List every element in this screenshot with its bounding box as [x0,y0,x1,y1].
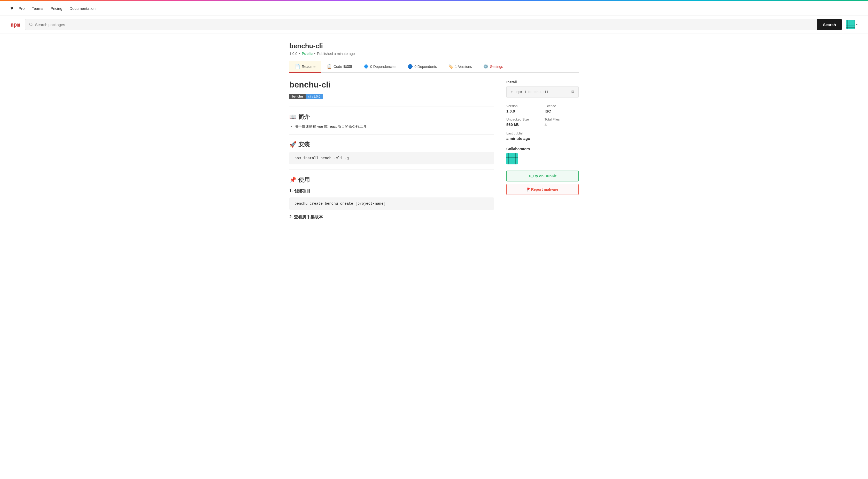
user-avatar [846,20,855,29]
code-icon: 📋 [327,64,332,69]
heart-icon: ♥ [10,5,13,11]
main-content: benchu-cli 1.0.0 • Public • Published a … [279,34,589,231]
last-publish-value: a minute ago [506,136,579,141]
tab-dependencies[interactable]: 🔷 0 Dependencies [358,61,402,73]
intro-title-text: 简介 [299,113,310,121]
install-code-block: npm install benchu-cli -g [289,152,494,164]
unpacked-size-meta: Unpacked Size 560 kB [506,117,540,127]
code-beta-badge: Beta [344,65,352,68]
intro-bullet-1: 用于快速搭建 vue 或 react 项目的命令行工具 [294,125,494,129]
sidebar: Install > npm i benchu-cli ⧉ Version 1.0… [506,80,579,223]
package-name: benchu-cli [289,42,579,50]
tabs-bar: 📄 Readme 📋 Code Beta 🔷 0 Dependencies 🔵 … [289,61,579,73]
install-prompt: > npm i benchu-cli [511,90,549,94]
badge-benchu: benchu [289,94,306,99]
tab-settings-label: Settings [490,65,503,69]
versions-icon: 🏷️ [448,64,454,69]
intro-list: 用于快速搭建 vue 或 react 项目的命令行工具 [289,125,494,129]
last-publish-section: Last publish a minute ago [506,131,579,141]
cmd-prompt: > [511,90,513,94]
dependencies-icon: 🔷 [364,64,369,69]
nav-bar: ♥ Pro Teams Pricing Documentation [0,1,868,15]
tab-dependents[interactable]: 🔵 0 Dependents [402,61,442,73]
package-visibility: Public [302,52,313,56]
subsection-create-title: 1. 创建项目 [289,189,494,194]
package-header: benchu-cli 1.0.0 • Public • Published a … [289,42,579,56]
svg-line-1 [32,25,33,26]
tab-dependencies-label: 0 Dependencies [370,65,396,69]
version-value: 1.0.0 [506,109,540,113]
chevron-down-icon: ▾ [856,23,858,26]
collaborators-label: Collaborators [506,147,579,151]
collaborators-section: Collaborators [506,147,579,164]
nav-pro[interactable]: Pro [19,6,25,10]
version-label: Version [506,104,540,108]
section-install-title: 🚀 安装 [289,141,494,148]
tab-readme-label: Readme [302,65,315,69]
user-avatar-wrapper[interactable]: ▾ [846,20,858,29]
tab-code[interactable]: 📋 Code Beta [321,61,358,73]
version-badge: benchu cli v1.0.0 [289,94,494,99]
content-layout: benchu-cli benchu cli v1.0.0 📖 简介 用于快速搭建… [289,80,579,223]
usage-emoji: 📌 [289,176,296,183]
last-publish-label: Last publish [506,131,579,135]
tab-readme[interactable]: 📄 Readme [289,61,321,73]
copy-icon[interactable]: ⧉ [571,90,574,95]
total-files-label: Total Files [545,117,579,121]
meta-separator-1: • [299,52,300,56]
nav-links: Pro Teams Pricing Documentation [19,6,96,10]
readme-title: benchu-cli [289,80,494,90]
unpacked-size-value: 560 kB [506,122,540,127]
avatar-image [846,20,855,29]
package-version: 1.0.0 [289,52,297,56]
license-meta: License ISC [545,104,579,113]
runkit-button[interactable]: >_Try on RunKit [506,171,579,181]
cmd-text: npm i benchu-cli [517,90,549,94]
unpacked-size-label: Unpacked Size [506,117,540,121]
tab-code-label: Code [334,65,342,69]
install-emoji: 🚀 [289,141,296,148]
settings-icon: ⚙️ [483,64,489,69]
install-section: Install > npm i benchu-cli ⧉ [506,80,579,98]
nav-teams[interactable]: Teams [32,6,43,10]
tab-versions[interactable]: 🏷️ 1 Versions [442,61,477,73]
svg-point-0 [29,23,32,26]
tab-versions-label: 1 Versions [455,65,472,69]
section-intro-title: 📖 简介 [289,113,494,121]
badge-version-text: cli v1.0.0 [306,94,323,99]
create-code-block: benchu create benchu create [project-nam… [289,198,494,210]
search-icon [29,23,33,27]
license-label: License [545,104,579,108]
license-value: ISC [545,109,579,113]
total-files-meta: Total Files 4 [545,117,579,127]
nav-documentation[interactable]: Documentation [69,6,96,10]
intro-emoji: 📖 [289,113,296,120]
readme-content: benchu-cli benchu cli v1.0.0 📖 简介 用于快速搭建… [289,80,494,223]
collaborator-avatar[interactable] [506,153,518,164]
install-command: > npm i benchu-cli ⧉ [506,86,579,98]
package-published: Published a minute ago [317,52,355,56]
tab-settings[interactable]: ⚙️ Settings [478,61,509,73]
install-label: Install [506,80,579,84]
usage-title-text: 使用 [299,176,310,184]
tab-dependents-label: 0 Dependents [414,65,437,69]
npm-logo: npm [10,22,20,28]
subsection-version-title: 2. 查看脚手架版本 [289,214,494,220]
install-title-text: 安装 [299,141,310,148]
package-meta: 1.0.0 • Public • Published a minute ago [289,52,579,56]
nav-pricing[interactable]: Pricing [51,6,62,10]
readme-icon: 📄 [295,64,300,69]
search-input-wrapper [25,19,817,30]
version-meta: Version 1.0.0 [506,104,540,113]
section-usage-title: 📌 使用 [289,176,494,184]
search-input[interactable] [35,23,813,27]
meta-grid: Version 1.0.0 License ISC Unpacked Size … [506,104,579,127]
total-files-value: 4 [545,122,579,127]
dependents-icon: 🔵 [408,64,413,69]
search-bar: npm Search ▾ [0,15,868,34]
meta-separator-2: • [314,52,315,56]
report-malware-button[interactable]: 🚩Report malware [506,184,579,195]
search-button[interactable]: Search [817,19,842,30]
